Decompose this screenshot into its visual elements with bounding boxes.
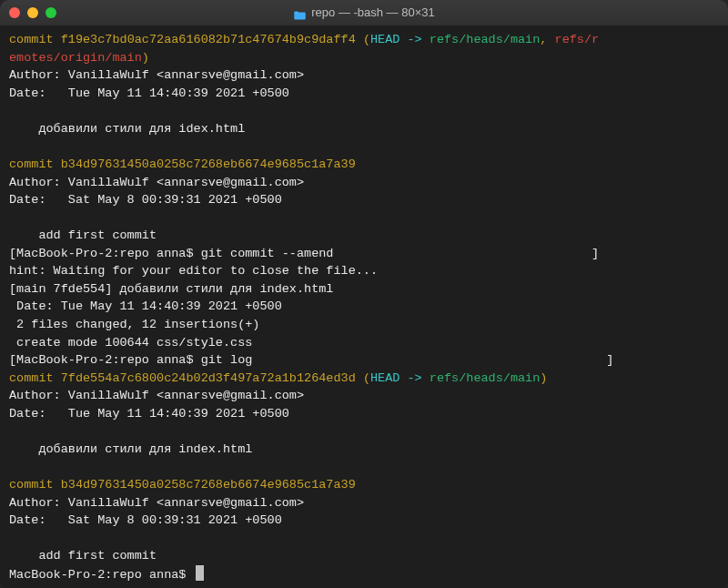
output-line: [main 7fde554] добавили стили для index.… <box>9 282 333 296</box>
folder-icon <box>293 8 306 18</box>
shell-prompt: MacBook-Pro-2:repo anna$ <box>9 568 194 582</box>
commit-line: commit b34d97631450a0258c7268eb6674e9685… <box>9 478 356 492</box>
commit-message: добавили стили для index.html <box>9 442 252 456</box>
titlebar: repo — -bash — 80×31 <box>0 0 728 25</box>
ref-close: ) <box>540 371 547 385</box>
terminal-window: repo — -bash — 80×31 commit f19e3c7bd0ac… <box>0 0 728 588</box>
zoom-icon[interactable] <box>46 7 56 18</box>
close-icon[interactable] <box>9 7 20 18</box>
output-line: Date: Tue May 11 14:40:39 2021 +0500 <box>9 299 282 313</box>
cursor-block <box>196 565 204 581</box>
prompt-bracket: ] <box>592 247 599 260</box>
traffic-lights <box>9 7 56 18</box>
date-line: Date: Sat May 8 00:39:31 2021 +0500 <box>9 513 282 527</box>
shell-prompt: MacBook-Pro-2:repo anna$ git commit --am… <box>16 247 333 260</box>
commit-line: commit 7fde554a7c6800c24b02d3f497a72a1b1… <box>9 371 356 385</box>
shell-prompt: MacBook-Pro-2:repo anna$ git log <box>16 353 252 367</box>
date-line: Date: Sat May 8 00:39:31 2021 +0500 <box>9 193 282 207</box>
ref-open: ( <box>356 371 370 385</box>
output-line: 2 files changed, 12 insertions(+) <box>9 318 259 331</box>
branch-name: refs/heads/main <box>430 371 541 385</box>
commit-message: add first commit <box>9 549 157 563</box>
branch-name: refs/heads/main <box>430 33 541 46</box>
author-line: Author: VanillaWulf <annarsve@gmail.com> <box>9 68 304 82</box>
date-line: Date: Tue May 11 14:40:39 2021 +0500 <box>9 86 289 100</box>
remote-name: emotes/origin/main <box>9 51 142 65</box>
author-line: Author: VanillaWulf <annarsve@gmail.com> <box>9 496 304 510</box>
head-label: HEAD -> <box>370 371 430 385</box>
window-title: repo — -bash — 80×31 <box>293 5 435 22</box>
ref-close: ) <box>142 51 149 65</box>
minimize-icon[interactable] <box>27 7 38 18</box>
window-title-text: repo — -bash — 80×31 <box>311 5 435 22</box>
hint-line: hint: Waiting for your editor to close t… <box>9 264 378 278</box>
commit-line: commit b34d97631450a0258c7268eb6674e9685… <box>9 157 356 171</box>
prompt-bracket: [ <box>9 247 16 260</box>
commit-line: commit f19e3c7bd0ac72aa616082b71c47674b9… <box>9 33 356 46</box>
terminal-body[interactable]: commit f19e3c7bd0ac72aa616082b71c47674b9… <box>0 25 728 588</box>
author-line: Author: VanillaWulf <annarsve@gmail.com> <box>9 176 304 189</box>
ref-sep: , <box>540 33 554 46</box>
commit-message: add first commit <box>9 228 157 242</box>
commit-message: добавили стили для idex.html <box>9 122 245 136</box>
prompt-bracket: [ <box>9 353 16 367</box>
output-line: create mode 100644 css/style.css <box>9 336 252 350</box>
ref-open: ( <box>356 33 370 46</box>
prompt-bracket: ] <box>606 353 613 367</box>
date-line: Date: Tue May 11 14:40:39 2021 +0500 <box>9 407 289 421</box>
author-line: Author: VanillaWulf <annarsve@gmail.com> <box>9 389 304 402</box>
remote-name: refs/r <box>555 33 600 46</box>
head-label: HEAD -> <box>370 33 430 46</box>
